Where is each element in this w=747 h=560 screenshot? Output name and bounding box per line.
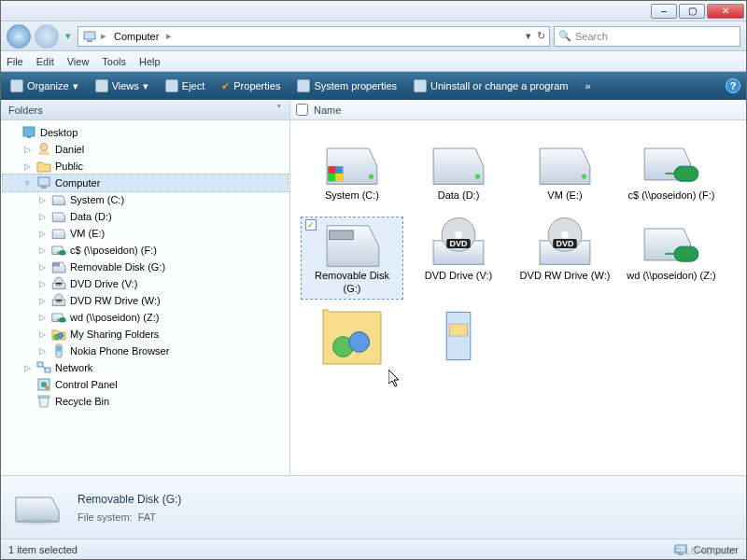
cpanel-icon — [36, 377, 51, 392]
minimize-button[interactable]: – — [651, 4, 677, 19]
svg-rect-39 — [335, 174, 343, 181]
cmd-eject[interactable]: Eject — [162, 77, 208, 94]
details-fs-label: File system: — [78, 511, 133, 523]
twisty-icon[interactable]: ▷ — [36, 313, 48, 322]
svg-rect-40 — [328, 174, 335, 181]
twisty-icon[interactable]: ▷ — [36, 262, 48, 272]
twisty-icon[interactable]: ▷ — [36, 195, 48, 204]
address-dropdown[interactable]: ▾ — [526, 30, 531, 42]
drive-item[interactable]: Data (D:) — [408, 137, 509, 206]
svg-text:DVD: DVD — [57, 283, 62, 285]
drive-label: DVD Drive (V:) — [425, 270, 492, 283]
tree-node[interactable]: ▷VM (E:) — [3, 225, 288, 242]
hdd-sys-icon — [322, 141, 382, 186]
tree-label: Removable Disk (G:) — [70, 261, 165, 273]
netdrv-icon — [641, 141, 701, 186]
twisty-icon[interactable]: ▷ — [36, 245, 48, 255]
address-bar[interactable]: ▸ Computer ▸ ▾ ↻ — [78, 26, 550, 47]
crumb-sep-icon[interactable]: ▸ — [166, 30, 172, 42]
history-dropdown[interactable]: ▾ — [63, 30, 74, 42]
twisty-icon[interactable]: ▷ — [21, 161, 33, 171]
twisty-icon[interactable]: ▷ — [36, 212, 48, 221]
drive-item[interactable]: wd (\\poseidon) (Z:) — [621, 217, 722, 300]
twisty-icon[interactable]: ▷ — [36, 296, 48, 305]
col-name[interactable]: Name — [314, 105, 341, 116]
tree-node[interactable]: ▷Nokia Phone Browser — [3, 343, 288, 359]
cmd-views[interactable]: Views▾ — [92, 77, 152, 94]
tree-node[interactable]: ▷System (C:) — [3, 191, 288, 208]
chevron-down-icon[interactable]: ˅ — [276, 104, 282, 116]
select-all-checkbox[interactable] — [296, 104, 308, 116]
search-placeholder: Search — [575, 31, 608, 42]
twisty-icon[interactable]: ▷ — [36, 329, 48, 339]
tree-node[interactable]: ▷My Sharing Folders — [3, 326, 288, 343]
tree-label: Data (D:) — [70, 211, 112, 222]
twisty-icon[interactable]: ▿ — [21, 178, 33, 188]
svg-point-8 — [63, 219, 63, 220]
column-header[interactable]: Name — [290, 100, 746, 120]
nav-row: ← → ▾ ▸ Computer ▸ ▾ ↻ 🔍 Search — [1, 21, 746, 51]
eject-icon — [165, 79, 178, 92]
breadcrumb-computer[interactable]: Computer — [110, 30, 162, 43]
drive-item[interactable]: System (C:) — [302, 137, 402, 206]
search-input[interactable]: 🔍 Search — [554, 26, 740, 47]
drive-label: Removable Disk (G:) — [305, 270, 399, 296]
tree-label: Desktop — [40, 127, 78, 138]
tree-node[interactable]: ▷c$ (\\poseidon) (F:) — [3, 242, 288, 259]
drive-item[interactable]: c$ (\\poseidon) (F:) — [621, 137, 722, 206]
share-icon — [322, 314, 382, 358]
refresh-button[interactable]: ↻ — [537, 30, 545, 42]
details-fs-value: FAT — [138, 511, 156, 523]
close-button[interactable]: ✕ — [707, 4, 744, 19]
drive-label: Data (D:) — [438, 189, 480, 203]
drive-item[interactable]: DVDDVD Drive (V:) — [408, 217, 509, 300]
maximize-button[interactable]: ▢ — [679, 4, 705, 19]
tree-node[interactable]: ▷Data (D:) — [3, 208, 288, 225]
cmd-uninstall[interactable]: Uninstall or change a program — [410, 77, 571, 94]
twisty-icon[interactable]: ▷ — [36, 279, 48, 288]
views-icon — [95, 79, 108, 92]
drive-item[interactable]: ✓Removable Disk (G:) — [302, 217, 402, 300]
tree-label: VM (E:) — [70, 228, 105, 239]
tree-node[interactable]: ▿Computer — [3, 175, 288, 191]
drive-item[interactable]: VM (E:) — [514, 137, 615, 206]
menu-edit[interactable]: Edit — [36, 56, 54, 67]
tree-node[interactable]: Desktop — [3, 124, 288, 141]
svg-text:DVD: DVD — [57, 300, 62, 301]
usb-icon — [322, 221, 382, 266]
tree-node[interactable]: ▷DVDDVD Drive (V:) — [3, 275, 288, 292]
drive-item[interactable] — [408, 310, 509, 366]
tree-node[interactable]: Control Panel — [3, 376, 288, 393]
drive-item[interactable]: DVDDVD RW Drive (W:) — [514, 217, 615, 300]
details-pane: Removable Disk (G:) File system: FAT — [1, 475, 746, 539]
tree-node[interactable]: ▷Network — [3, 359, 288, 376]
menu-tools[interactable]: Tools — [102, 56, 126, 67]
menu-view[interactable]: View — [67, 56, 90, 67]
menu-file[interactable]: File — [7, 56, 23, 67]
sidebar-header[interactable]: Folders ˅ — [1, 100, 289, 120]
tree-label: Network — [55, 362, 92, 373]
tree-node[interactable]: ▷Removable Disk (G:) — [3, 259, 288, 275]
back-button[interactable]: ← — [7, 24, 31, 49]
cmd-organize[interactable]: Organize▾ — [7, 77, 82, 94]
cmd-system-properties[interactable]: System properties — [293, 77, 401, 94]
share-icon — [51, 327, 66, 342]
status-text: 1 item selected — [8, 544, 78, 555]
menu-help[interactable]: Help — [139, 56, 161, 67]
tree-node[interactable]: Recycle Bin — [3, 393, 288, 410]
forward-button[interactable]: → — [35, 24, 59, 49]
cmd-properties[interactable]: ✔Properties — [218, 78, 284, 94]
twisty-icon[interactable]: ▷ — [21, 145, 33, 154]
cmd-overflow[interactable]: » — [581, 78, 594, 93]
help-button[interactable]: ? — [726, 78, 740, 93]
twisty-icon[interactable]: ▷ — [36, 229, 48, 238]
tree-node[interactable]: ▷DVDDVD RW Drive (W:) — [3, 292, 288, 309]
twisty-icon[interactable]: ▷ — [36, 346, 48, 356]
crumb-sep-icon[interactable]: ▸ — [101, 30, 106, 42]
svg-point-53 — [561, 231, 569, 238]
tree-node[interactable]: ▷wd (\\poseidon) (Z:) — [3, 309, 288, 326]
tree-node[interactable]: ▷Public — [3, 158, 288, 175]
twisty-icon[interactable]: ▷ — [21, 363, 33, 372]
tree-node[interactable]: ▷Daniel — [3, 141, 288, 158]
drive-item[interactable] — [302, 310, 402, 366]
